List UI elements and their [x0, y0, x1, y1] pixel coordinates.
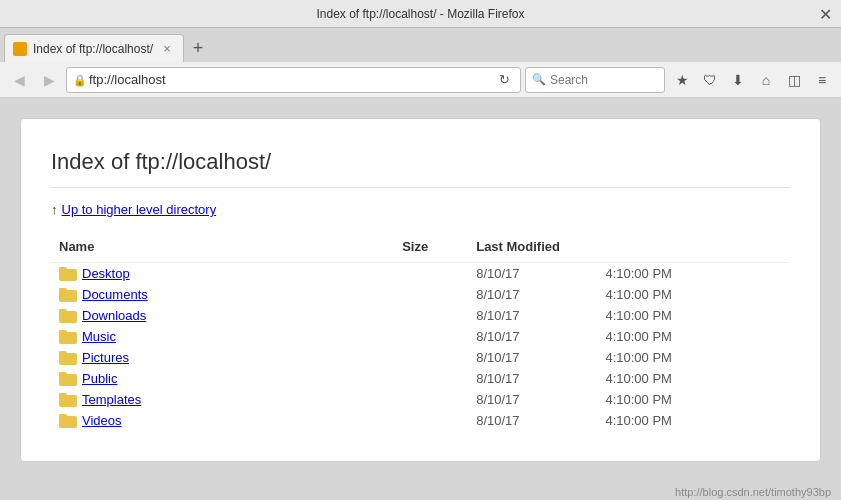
table-row: Public8/10/174:10:00 PM [51, 368, 790, 389]
file-date-cell: 8/10/17 [468, 326, 597, 347]
pocket-button[interactable]: ◫ [781, 67, 807, 93]
file-table: Name Size Last Modified Desktop8/10/174:… [51, 235, 790, 431]
folder-icon [59, 309, 77, 323]
menu-button[interactable]: ≡ [809, 67, 835, 93]
table-row: Documents8/10/174:10:00 PM [51, 284, 790, 305]
download-button[interactable]: ⬇ [725, 67, 751, 93]
page-heading: Index of ftp://localhost/ [51, 149, 790, 188]
file-date-cell: 8/10/17 [468, 410, 597, 431]
folder-link[interactable]: Music [59, 329, 287, 344]
modified-column-header: Last Modified [468, 235, 790, 263]
close-button[interactable]: ✕ [817, 6, 833, 22]
table-row: Pictures8/10/174:10:00 PM [51, 347, 790, 368]
table-row: Desktop8/10/174:10:00 PM [51, 263, 790, 285]
nav-icon-group: ★ 🛡 ⬇ ⌂ ◫ ≡ [669, 67, 835, 93]
folder-icon [59, 414, 77, 428]
folder-link[interactable]: Videos [59, 413, 287, 428]
tab-favicon [13, 42, 27, 56]
forward-button[interactable]: ▶ [36, 67, 62, 93]
lock-icon: 🔒 [73, 74, 85, 86]
table-row: Videos8/10/174:10:00 PM [51, 410, 790, 431]
file-time-cell: 4:10:00 PM [597, 347, 790, 368]
up-arrow-icon: ↑ [51, 202, 58, 217]
file-size-cell [295, 410, 468, 431]
folder-icon [59, 330, 77, 344]
table-row: Music8/10/174:10:00 PM [51, 326, 790, 347]
folder-icon [59, 372, 77, 386]
navbar: ◀ ▶ 🔒 ↻ 🔍 ★ 🛡 ⬇ ⌂ ◫ ≡ [0, 62, 841, 98]
content-area: Index of ftp://localhost/ ↑ Up to higher… [0, 98, 841, 482]
file-date-cell: 8/10/17 [468, 284, 597, 305]
file-size-cell [295, 263, 468, 285]
statusbar: http://blog.csdn.net/timothy93bp [0, 482, 841, 500]
shield-button[interactable]: 🛡 [697, 67, 723, 93]
file-date-cell: 8/10/17 [468, 347, 597, 368]
folder-link[interactable]: Documents [59, 287, 287, 302]
file-time-cell: 4:10:00 PM [597, 410, 790, 431]
folder-link[interactable]: Pictures [59, 350, 287, 365]
file-name-cell[interactable]: Documents [51, 284, 295, 305]
file-time-cell: 4:10:00 PM [597, 305, 790, 326]
tab-close-button[interactable]: × [159, 41, 175, 57]
folder-icon [59, 351, 77, 365]
file-time-cell: 4:10:00 PM [597, 284, 790, 305]
folder-icon [59, 288, 77, 302]
folder-link[interactable]: Templates [59, 392, 287, 407]
search-icon: 🔍 [532, 73, 546, 86]
reload-button[interactable]: ↻ [494, 70, 514, 90]
bookmark-button[interactable]: ★ [669, 67, 695, 93]
search-bar[interactable]: 🔍 [525, 67, 665, 93]
file-time-cell: 4:10:00 PM [597, 263, 790, 285]
file-time-cell: 4:10:00 PM [597, 389, 790, 410]
table-row: Templates8/10/174:10:00 PM [51, 389, 790, 410]
file-date-cell: 8/10/17 [468, 368, 597, 389]
file-name-cell[interactable]: Desktop [51, 263, 295, 285]
address-input[interactable] [89, 72, 490, 87]
new-tab-button[interactable]: + [184, 34, 212, 62]
file-name-cell[interactable]: Public [51, 368, 295, 389]
folder-icon [59, 267, 77, 281]
address-bar[interactable]: 🔒 ↻ [66, 67, 521, 93]
tab-label: Index of ftp://localhost/ [33, 42, 153, 56]
name-column-header: Name [51, 235, 295, 263]
back-button[interactable]: ◀ [6, 67, 32, 93]
tabbar: Index of ftp://localhost/ × + [0, 28, 841, 62]
watermark-text: http://blog.csdn.net/timothy93bp [675, 486, 831, 498]
file-name-cell[interactable]: Music [51, 326, 295, 347]
file-name-cell[interactable]: Videos [51, 410, 295, 431]
folder-link[interactable]: Desktop [59, 266, 287, 281]
up-link-row: ↑ Up to higher level directory [51, 202, 790, 217]
file-size-cell [295, 368, 468, 389]
home-button[interactable]: ⌂ [753, 67, 779, 93]
file-name-cell[interactable]: Downloads [51, 305, 295, 326]
up-directory-link[interactable]: Up to higher level directory [62, 202, 217, 217]
folder-link[interactable]: Public [59, 371, 287, 386]
file-time-cell: 4:10:00 PM [597, 368, 790, 389]
file-date-cell: 8/10/17 [468, 305, 597, 326]
table-row: Downloads8/10/174:10:00 PM [51, 305, 790, 326]
file-size-cell [295, 389, 468, 410]
file-time-cell: 4:10:00 PM [597, 326, 790, 347]
folder-link[interactable]: Downloads [59, 308, 287, 323]
file-date-cell: 8/10/17 [468, 389, 597, 410]
file-name-cell[interactable]: Pictures [51, 347, 295, 368]
file-name-cell[interactable]: Templates [51, 389, 295, 410]
active-tab[interactable]: Index of ftp://localhost/ × [4, 34, 184, 62]
titlebar: Index of ftp://localhost/ - Mozilla Fire… [0, 0, 841, 28]
file-size-cell [295, 347, 468, 368]
page-card: Index of ftp://localhost/ ↑ Up to higher… [20, 118, 821, 462]
file-date-cell: 8/10/17 [468, 263, 597, 285]
file-size-cell [295, 305, 468, 326]
file-size-cell [295, 284, 468, 305]
size-column-header: Size [295, 235, 468, 263]
file-size-cell [295, 326, 468, 347]
window-title: Index of ftp://localhost/ - Mozilla Fire… [316, 7, 524, 21]
folder-icon [59, 393, 77, 407]
